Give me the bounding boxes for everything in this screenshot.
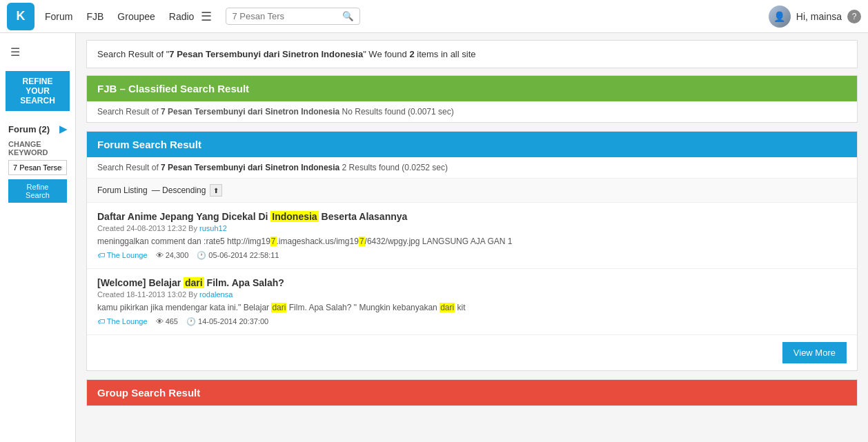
search-header-suffix: " We found [363, 49, 409, 59]
forum-subheader: Search Result of 7 Pesan Tersembunyi dar… [87, 157, 857, 179]
search-header-count: 2 [409, 49, 414, 59]
refine-search-button[interactable]: Refine Search [8, 179, 67, 203]
top-navigation: K Forum FJB Groupee Radio ☰ 🔍 👤 Hi, main… [0, 0, 868, 33]
search-bar: 🔍 [226, 8, 360, 25]
post-views-2: 👁 465 [156, 317, 178, 325]
forum-title: Forum Search Result [87, 132, 857, 157]
forum-section: Forum Search Result Search Result of 7 P… [86, 131, 858, 371]
fjb-section: FJB – Classified Search Result Search Re… [86, 75, 858, 123]
sidebar: ☰ REFINE YOUR SEARCH Forum (2) ▶ CHANGE … [0, 33, 76, 442]
group-title: Group Search Result [87, 380, 857, 405]
search-header-query: 7 Pesan Tersembunyi dari Sinetron Indone… [169, 49, 363, 59]
avatar: 👤 [769, 6, 791, 28]
post-tag-lounge-1[interactable]: 🏷 The Lounge [97, 251, 148, 259]
forum-post-1: Daftar Anime Jepang Yang Dicekal Di Indo… [87, 203, 857, 269]
nav-forum[interactable]: Forum [45, 8, 72, 26]
fjb-title: FJB – Classified Search Result [87, 76, 857, 101]
hamburger-icon[interactable]: ☰ [201, 9, 212, 24]
post-tags-1: 🏷 The Lounge 👁 24,300 🕐 05-06-2014 22:58… [97, 251, 847, 260]
user-area: 👤 Hi, mainsa ? [769, 6, 861, 28]
sidebar-section: Forum (2) ▶ CHANGE KEYWORD Refine Search [0, 118, 75, 208]
post-time-2: 🕐 14-05-2014 20:37:00 [186, 317, 268, 326]
post-tag-lounge-2[interactable]: 🏷 The Lounge [97, 317, 148, 325]
help-icon[interactable]: ? [847, 10, 861, 23]
nav-links: Forum FJB Groupee Radio [45, 8, 194, 26]
forum-filter-label: Forum (2) [8, 124, 50, 134]
view-more-bar: View More [87, 335, 857, 370]
logo[interactable]: K [7, 3, 34, 30]
main-container: ☰ REFINE YOUR SEARCH Forum (2) ▶ CHANGE … [0, 33, 868, 442]
post-meta-1: Created 24-08-2013 12:32 By rusuh12 [97, 224, 847, 232]
post-meta-2: Created 18-11-2013 13:02 By rodalensa [97, 290, 847, 299]
post-author-2[interactable]: rodalensa [199, 290, 233, 299]
forum-listing-bar: Forum Listing — Descending ⬆ [87, 179, 857, 203]
post-tags-2: 🏷 The Lounge 👁 465 🕐 14-05-2014 20:37:00 [97, 317, 847, 326]
group-section: Group Search Result [86, 379, 858, 406]
forum-filter: Forum (2) ▶ [8, 123, 67, 134]
keyword-input[interactable] [8, 160, 67, 175]
hi-text: Hi, mainsa [796, 11, 842, 22]
post-time-1: 🕐 05-06-2014 22:58:11 [197, 251, 279, 260]
forum-listing-label: Forum Listing [97, 185, 148, 195]
refine-your-search-button[interactable]: REFINE YOUR SEARCH [6, 71, 70, 111]
post-title-2: [Welcome] Belajar dari Film. Apa Salah? [97, 277, 847, 288]
fjb-no-results: Search Result of 7 Pesan Tersembunyi dar… [87, 101, 857, 122]
search-button[interactable]: 🔍 [342, 11, 354, 21]
search-input[interactable] [232, 11, 342, 21]
post-views-1: 👁 24,300 [156, 251, 189, 259]
change-keyword-label: CHANGE KEYWORD [8, 140, 67, 157]
search-header-prefix: Search Result of " [97, 49, 169, 59]
forum-post-2: [Welcome] Belajar dari Film. Apa Salah? … [87, 269, 857, 335]
sidebar-toggle[interactable]: ☰ [0, 40, 75, 64]
post-excerpt-2: kamu pikirkan jika mendengar kata ini." … [97, 302, 847, 314]
post-excerpt-1: meninggalkan comment dan :rate5 http://i… [97, 236, 847, 248]
post-title-1: Daftar Anime Jepang Yang Dicekal Di Indo… [97, 211, 847, 222]
post-author-1[interactable]: rusuh12 [199, 224, 227, 232]
search-header-suffix2: items in all site [415, 49, 476, 59]
sort-icon[interactable]: ⬆ [210, 184, 222, 197]
nav-groupee[interactable]: Groupee [117, 8, 155, 26]
view-more-button[interactable]: View More [782, 342, 847, 363]
search-result-header: Search Result of "7 Pesan Tersembunyi da… [86, 40, 858, 68]
content-area: Search Result of "7 Pesan Tersembunyi da… [76, 33, 868, 442]
forum-filter-arrow[interactable]: ▶ [59, 123, 67, 134]
nav-fjb[interactable]: FJB [86, 8, 103, 26]
nav-radio[interactable]: Radio [169, 8, 195, 26]
forum-listing-order: — Descending [152, 185, 206, 195]
